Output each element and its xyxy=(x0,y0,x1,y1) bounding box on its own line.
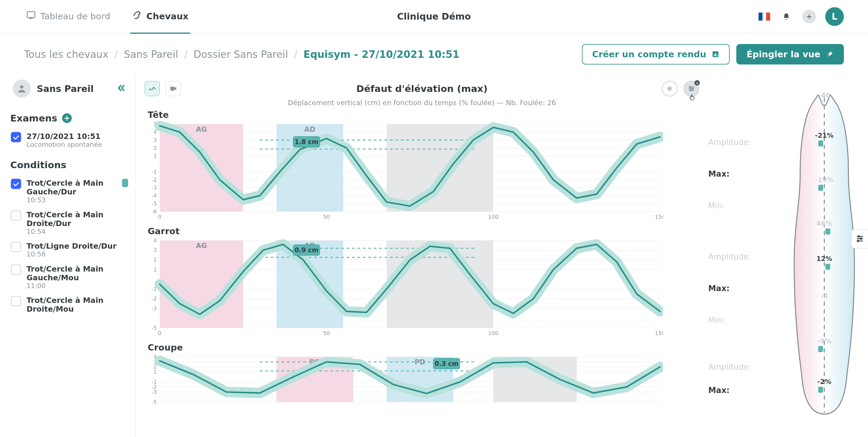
chart-panel-garrot: GarrotAGAD4321-1-2-3-50.9 cm050100150 xyxy=(145,226,699,337)
filter-settings-button[interactable]: × xyxy=(684,81,699,96)
svg-point-5 xyxy=(20,85,23,89)
sliders-icon xyxy=(687,85,695,93)
breadcrumb-item[interactable]: Tous les chevaux xyxy=(24,49,108,60)
view-mode-curves-button[interactable] xyxy=(145,81,160,96)
metric-group-croupe: Amplitude: Max: xyxy=(708,342,781,408)
marker-value: 46% xyxy=(816,220,832,227)
horse-marker: -40 xyxy=(818,92,830,99)
condition-checkbox[interactable] xyxy=(11,242,21,252)
condition-checkbox[interactable] xyxy=(11,179,21,189)
svg-text:0: 0 xyxy=(158,330,161,336)
sidebar-header: Sans Pareil xyxy=(9,76,130,105)
marker-value: -19% xyxy=(815,176,834,184)
view-mode-video-button[interactable] xyxy=(166,81,181,96)
condition-item[interactable]: Trot/Ligne Droite/Dur10:56 xyxy=(9,239,130,261)
metric-max: Max: xyxy=(708,284,781,293)
svg-point-102 xyxy=(857,240,859,242)
svg-text:-2: -2 xyxy=(152,177,157,183)
horse-marker: -21% xyxy=(815,132,834,147)
chart-svg: PGPD4321-1-2-3-50.3 cm xyxy=(145,354,663,411)
nav-dashboard-label: Tableau de bord xyxy=(40,11,110,22)
horse-marker: 46% xyxy=(816,220,832,235)
horse-avatar-icon xyxy=(13,80,31,98)
condition-item[interactable]: Trot/Cercle à Main Gauche/Dur10:53 xyxy=(9,176,130,207)
svg-text:0: 0 xyxy=(158,214,161,220)
svg-text:-3: -3 xyxy=(152,389,157,395)
svg-text:100: 100 xyxy=(488,214,498,220)
marker-bar xyxy=(826,264,830,270)
nav-dashboard[interactable]: Tableau de bord xyxy=(24,0,112,34)
exam-checkbox[interactable] xyxy=(11,132,21,142)
exam-subtitle: Locomotion spontanée xyxy=(27,141,102,149)
create-report-button[interactable]: Créer un compte rendu xyxy=(582,44,730,64)
metrics-column: Amplitude: Max: Min: Amplitude: Max: Min… xyxy=(708,76,781,437)
horse-marker: -9% xyxy=(817,337,831,352)
pin-view-button[interactable]: Épingler la vue xyxy=(736,44,844,64)
top-nav: Tableau de bord Chevaux Clinique Démo L xyxy=(0,0,868,33)
chart-panel-title: Croupe xyxy=(148,342,699,353)
chevron-double-left-icon xyxy=(116,83,126,93)
conditions-list: Trot/Cercle à Main Gauche/Dur10:53Trot/C… xyxy=(9,176,130,316)
condition-item[interactable]: Trot/Cercle à Main Droite/Mou xyxy=(9,293,130,316)
chart-main-title: Défaut d'élévation (max) xyxy=(356,83,487,94)
side-settings-tab[interactable] xyxy=(851,229,868,248)
horse-name: Sans Pareil xyxy=(37,84,94,94)
condition-title: Trot/Cercle à Main Gauche/Mou xyxy=(27,264,128,282)
condition-checkbox[interactable] xyxy=(11,264,21,275)
audio-analysis-button[interactable] xyxy=(662,81,678,96)
exams-section-title: Examens + xyxy=(10,113,130,124)
condition-item[interactable]: Trot/Cercle à Main Droite/Dur10:54 xyxy=(9,207,130,239)
breadcrumb-item[interactable]: Sans Pareil xyxy=(124,49,178,60)
content: Défaut d'élévation (max) × Déplacement v… xyxy=(135,76,868,437)
svg-point-100 xyxy=(858,236,859,237)
svg-text:1.8 cm: 1.8 cm xyxy=(295,138,318,146)
user-avatar[interactable]: L xyxy=(825,7,844,26)
svg-point-9 xyxy=(690,90,691,91)
condition-title: Trot/Cercle à Main Gauche/Dur xyxy=(27,179,117,196)
locale-flag-fr[interactable] xyxy=(758,12,770,21)
chart-subtitle: Déplacement vertical (cm) en fonction du… xyxy=(145,99,699,107)
notifications-button[interactable] xyxy=(779,10,793,24)
pin-view-label: Épingler la vue xyxy=(747,49,820,59)
svg-text:100: 100 xyxy=(488,330,498,336)
clinic-title: Clinique Démo xyxy=(397,11,471,22)
condition-time: 10:54 xyxy=(27,228,128,236)
marker-value: -21% xyxy=(815,132,834,139)
exams-title-text: Examens xyxy=(10,113,57,124)
svg-text:50: 50 xyxy=(323,330,330,336)
svg-text:150: 150 xyxy=(655,330,663,336)
svg-rect-0 xyxy=(27,12,35,18)
exam-item[interactable]: 27/10/2021 10:51 Locomotion spontanée xyxy=(9,129,130,152)
add-exam-button[interactable]: + xyxy=(62,113,72,123)
breadcrumb-sep: / xyxy=(294,49,298,60)
breadcrumb-row: Tous les chevaux / Sans Pareil / Dossier… xyxy=(0,33,868,76)
svg-text:0.3 cm: 0.3 cm xyxy=(435,360,458,367)
collapse-sidebar-button[interactable] xyxy=(116,83,126,94)
horse-icon xyxy=(132,10,142,22)
dashboard-icon xyxy=(26,10,36,22)
svg-rect-10 xyxy=(160,124,243,212)
marker-bar xyxy=(826,228,830,235)
metric-min: Min: xyxy=(708,201,781,210)
condition-checkbox[interactable] xyxy=(11,296,21,306)
chart-panel-tête: TêteAGAD54321-1-2-3-4-5-61.8 cm050100150 xyxy=(145,110,699,221)
chart-panel-croupe: CroupePGPD4321-1-2-3-50.3 cm xyxy=(145,342,699,411)
nav-horses[interactable]: Chevaux xyxy=(130,0,190,34)
condition-checkbox[interactable] xyxy=(11,210,21,221)
breadcrumb-sep: / xyxy=(115,49,118,60)
condition-title: Trot/Cercle à Main Droite/Dur xyxy=(27,210,128,228)
breadcrumb-item[interactable]: Dossier Sans Pareil xyxy=(193,49,288,60)
sliders-icon xyxy=(855,234,864,243)
horse-marker: -2% xyxy=(817,378,831,393)
condition-item[interactable]: Trot/Cercle à Main Gauche/Mou11:00 xyxy=(9,261,130,293)
breadcrumb-sep: / xyxy=(184,49,187,60)
svg-rect-3 xyxy=(715,53,716,56)
svg-text:-6: -6 xyxy=(152,209,157,215)
chart-panel-title: Tête xyxy=(148,110,699,120)
horse-silhouette-column: -40-21%-19%46%12%-4-9%-2% xyxy=(781,76,868,437)
add-button[interactable] xyxy=(802,10,816,24)
svg-text:-5: -5 xyxy=(152,399,157,405)
avatar-initial: L xyxy=(832,11,837,22)
metric-max: Max: xyxy=(708,169,781,179)
svg-text:1: 1 xyxy=(153,267,157,273)
